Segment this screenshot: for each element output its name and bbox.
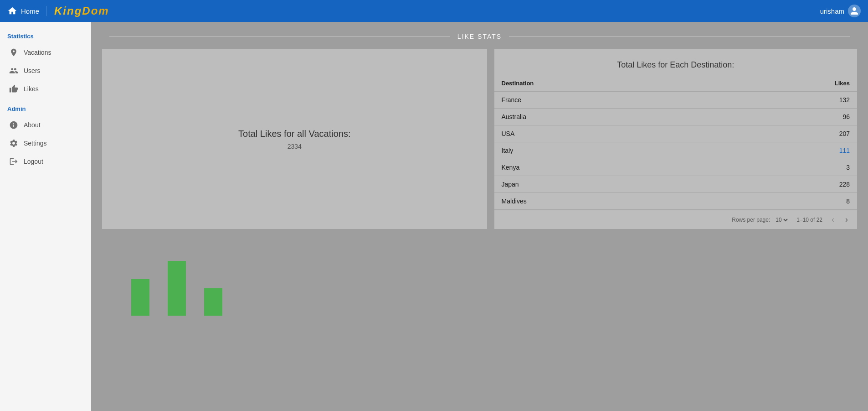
total-likes-value: 2334	[288, 143, 302, 150]
like-stats-label: LIKE STATS	[457, 33, 502, 40]
col-likes: Likes	[716, 75, 857, 92]
table-row: Japan228	[494, 176, 858, 193]
sidebar-item-logout[interactable]: Logout	[2, 152, 89, 171]
settings-label: Settings	[24, 140, 47, 147]
sidebar-item-vacations[interactable]: Vacations	[2, 43, 89, 62]
col-destination: Destination	[494, 75, 716, 92]
chart-container	[113, 244, 846, 317]
rows-per-page-select[interactable]: 10 25 50	[774, 216, 789, 224]
total-likes-card: Total Likes for all Vacations: 2334	[102, 49, 487, 229]
about-label: About	[24, 121, 41, 129]
likes-cell: 207	[716, 125, 857, 142]
destination-cell: Japan	[494, 176, 716, 193]
main-content: LIKE STATS Total Likes for all Vacations…	[91, 22, 868, 411]
home-icon	[7, 6, 17, 16]
likes-cell: 8	[716, 193, 857, 210]
destination-table-scroll[interactable]: Destination Likes France132Australia96US…	[494, 75, 858, 210]
likes-cell[interactable]: 111	[716, 142, 857, 159]
table-row: USA207	[494, 125, 858, 142]
destination-card: Total Likes for Each Destination: Destin…	[494, 49, 858, 229]
table-row: France132	[494, 92, 858, 109]
home-nav-item[interactable]: Home	[7, 6, 47, 16]
top-nav: Home KingDom urisham	[0, 0, 868, 22]
likes-cell: 132	[716, 92, 857, 109]
table-row: Maldives8	[494, 193, 858, 210]
likes-label: Likes	[24, 85, 39, 93]
gear-icon	[9, 139, 18, 148]
destination-cell: USA	[494, 125, 716, 142]
chart-bar	[168, 261, 186, 316]
users-label: Users	[24, 67, 41, 74]
destination-title: Total Likes for Each Destination:	[494, 49, 858, 75]
username-label: urisham	[820, 7, 844, 15]
table-row: Kenya3	[494, 159, 858, 176]
likes-cell: 228	[716, 176, 857, 193]
account-icon	[850, 6, 859, 16]
info-icon	[9, 120, 18, 130]
sidebar-item-about[interactable]: About	[2, 116, 89, 134]
logout-icon	[9, 157, 18, 166]
home-label: Home	[21, 7, 39, 15]
vacations-label: Vacations	[24, 49, 51, 56]
bar-group	[168, 261, 186, 317]
table-row: Italy111	[494, 142, 858, 159]
pagination-range: 1–10 of 22	[796, 217, 822, 223]
app-logo: KingDom	[54, 5, 109, 17]
next-page-button[interactable]: ›	[843, 214, 850, 225]
destination-cell: Italy	[494, 142, 716, 159]
destination-table: Destination Likes France132Australia96US…	[494, 75, 858, 210]
destination-cell: Kenya	[494, 159, 716, 176]
stats-row: Total Likes for all Vacations: 2334 Tota…	[102, 49, 857, 229]
chart-bar	[204, 288, 222, 316]
chart-bar	[131, 279, 149, 316]
destination-cell: France	[494, 92, 716, 109]
statistics-section-title: Statistics	[0, 26, 91, 43]
sidebar-item-settings[interactable]: Settings	[2, 134, 89, 152]
total-likes-title: Total Likes for all Vacations:	[238, 129, 350, 139]
sidebar: Statistics Vacations Users	[0, 22, 91, 411]
thumbs-up-icon	[9, 84, 18, 94]
likes-cell: 96	[716, 109, 857, 125]
section-title: LIKE STATS	[102, 33, 857, 40]
prev-page-button[interactable]: ‹	[830, 214, 836, 225]
user-avatar-icon	[848, 5, 861, 17]
bar-group	[204, 288, 222, 317]
logout-label: Logout	[24, 158, 43, 165]
sidebar-item-users[interactable]: Users	[2, 62, 89, 80]
rows-per-page-label: Rows per page:	[732, 217, 770, 223]
admin-section-title: Admin	[0, 98, 91, 116]
destination-cell: Australia	[494, 109, 716, 125]
user-menu[interactable]: urisham	[820, 5, 861, 17]
bar-group	[131, 279, 149, 317]
rows-per-page-control: Rows per page: 10 25 50	[732, 216, 789, 224]
app-layout: Statistics Vacations Users	[0, 22, 868, 411]
sidebar-item-likes[interactable]: Likes	[2, 80, 89, 98]
map-pin-icon	[9, 48, 18, 57]
destination-cell: Maldives	[494, 193, 716, 210]
people-icon	[9, 66, 18, 75]
table-row: Australia96	[494, 109, 858, 125]
chart-area	[102, 236, 857, 328]
table-footer: Rows per page: 10 25 50 1–10 of 22 ‹ ›	[494, 210, 858, 229]
likes-cell: 3	[716, 159, 857, 176]
